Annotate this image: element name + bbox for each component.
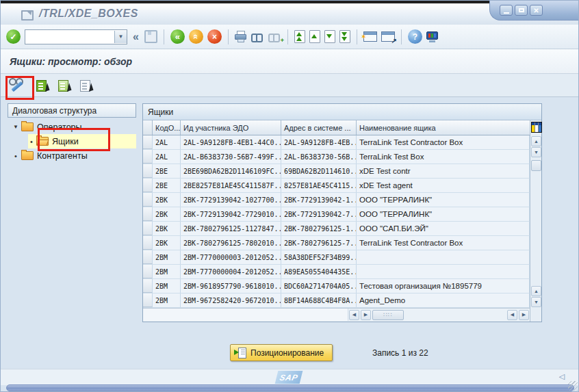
tree-item-operators[interactable]: ▼ Операторы: [8, 120, 136, 134]
minimize-button[interactable]: [500, 5, 513, 16]
cell-box-name[interactable]: TerraLink Test Box: [357, 150, 530, 164]
status-expand-icon[interactable]: ◁: [559, 372, 565, 381]
exit-button[interactable]: «: [189, 29, 203, 44]
cell-box-name[interactable]: TerraLink Test Contractor Box: [357, 135, 530, 149]
command-input[interactable]: [25, 30, 114, 44]
scroll-down-button[interactable]: ▼: [531, 147, 541, 157]
cell-participant-id[interactable]: 2BM-9618957790-9618010...: [181, 279, 281, 293]
page-down-icon[interactable]: [324, 30, 335, 43]
cell-address[interactable]: 58A38DEF52F34B99...: [281, 250, 357, 264]
tree-item-boxes[interactable]: • Ящики: [8, 134, 136, 148]
cell-box-name[interactable]: [357, 265, 530, 278]
cell-participant-id[interactable]: 2BM-7770000004-2012052...: [181, 265, 281, 278]
scroll-right-button[interactable]: ▶: [361, 310, 371, 320]
tree-item-label[interactable]: Контрагенты: [37, 151, 88, 161]
cell-address[interactable]: BDC60A2714704A05...: [281, 279, 357, 293]
row-select-button[interactable]: [143, 193, 153, 207]
cell-code[interactable]: 2BM: [153, 279, 181, 293]
cell-address[interactable]: 8257E81AE45C4115...: [281, 179, 357, 192]
cell-address[interactable]: 69BDA62B2D114610...: [281, 164, 357, 178]
cell-address[interactable]: 2BK-7802796125-1...: [281, 222, 357, 235]
column-header-code[interactable]: КодО...: [153, 120, 181, 135]
create-shortcut-icon[interactable]: ↗: [381, 31, 395, 42]
collapse-toolbar-icon[interactable]: «: [133, 31, 139, 43]
page-up-icon[interactable]: [309, 30, 320, 43]
cell-box-name[interactable]: Тестовая организация №1895779: [357, 279, 530, 293]
cell-box-name[interactable]: ООО "ТЕРРАЛИНК": [357, 193, 530, 207]
cell-address[interactable]: 2BK-7729139042-7...: [281, 207, 357, 221]
row-select-button[interactable]: [143, 179, 153, 192]
find-next-icon[interactable]: +: [268, 32, 281, 42]
row-select-button[interactable]: [143, 250, 153, 264]
row-select-button[interactable]: [143, 150, 153, 164]
cell-address[interactable]: 2BK-7729139042-1...: [281, 193, 357, 207]
tree-item-contractors[interactable]: • Контрагенты: [8, 148, 136, 163]
cell-participant-id[interactable]: 2BK-7729139042-1027700...: [181, 193, 281, 207]
close-button[interactable]: ✕: [530, 5, 543, 16]
cell-participant-id[interactable]: 2AL-B6383730-56B7-499F...: [181, 150, 281, 164]
save-icon[interactable]: [144, 30, 157, 43]
cell-box-name[interactable]: TerraLink Test Contractor Box: [357, 236, 530, 250]
cell-box-name[interactable]: ООО "САП.БИ.ЭЙ": [357, 222, 530, 235]
cell-participant-id[interactable]: 2BK-7729139042-7729010...: [181, 207, 281, 221]
cell-code[interactable]: 2BK: [153, 207, 181, 221]
cell-box-name[interactable]: Agent_Demo: [357, 293, 530, 307]
layout-customize-icon[interactable]: [426, 31, 439, 42]
cancel-button[interactable]: ×: [207, 29, 222, 44]
maximize-button[interactable]: [515, 5, 528, 16]
cell-code[interactable]: 2AL: [153, 150, 181, 164]
choose-icon[interactable]: [36, 79, 49, 92]
horizontal-scroll-thumb[interactable]: ∷∷: [372, 310, 404, 320]
tree-item-label[interactable]: Ящики: [52, 137, 79, 146]
copy-icon[interactable]: [58, 79, 70, 92]
row-select-button[interactable]: [143, 222, 153, 235]
row-select-button[interactable]: [143, 135, 153, 149]
table-settings-icon[interactable]: [531, 122, 542, 133]
column-header-address[interactable]: Адрес в системе ...: [281, 120, 357, 135]
cell-address[interactable]: 2BK-7802796125-7...: [281, 236, 357, 250]
cell-code[interactable]: 2AL: [153, 135, 181, 149]
scroll-left-button[interactable]: ◀: [349, 310, 359, 320]
cell-address[interactable]: 8BF14A688C4B4F8A...: [281, 293, 357, 307]
back-button[interactable]: «: [170, 29, 185, 44]
cell-participant-id[interactable]: 2BE69BDA62B2D1146109FC...: [181, 164, 281, 178]
resize-grip[interactable]: [568, 381, 578, 391]
scroll-down-button[interactable]: ▼: [531, 297, 541, 307]
cell-code[interactable]: 2BK: [153, 222, 181, 235]
cell-participant-id[interactable]: 2BK-7802796125-7802010...: [181, 236, 281, 250]
last-page-icon[interactable]: [339, 30, 350, 43]
cell-code[interactable]: 2BE: [153, 179, 181, 192]
find-icon[interactable]: [251, 32, 264, 42]
scroll-left-button[interactable]: ◀: [507, 310, 517, 320]
print-icon[interactable]: [235, 31, 247, 42]
row-select-button[interactable]: [143, 164, 153, 178]
select-all-header[interactable]: [143, 120, 153, 135]
column-header-participant-id[interactable]: Ид участника ЭДО: [181, 120, 281, 135]
tree-item-label[interactable]: Операторы: [37, 122, 82, 132]
delete-icon[interactable]: [80, 79, 92, 92]
cell-address[interactable]: 2AL-9A9128FB-4EB...: [281, 135, 357, 149]
scroll-up-button[interactable]: ▲: [531, 136, 541, 146]
help-button[interactable]: ?: [408, 29, 422, 44]
command-dropdown-icon[interactable]: ▼: [114, 31, 127, 43]
row-select-button[interactable]: [143, 265, 153, 278]
cell-address[interactable]: 2AL-B6383730-56B...: [281, 150, 357, 164]
cell-box-name[interactable]: [357, 250, 530, 264]
cell-code[interactable]: 2BM: [153, 265, 181, 278]
scroll-up-button[interactable]: ▲: [531, 286, 541, 296]
scroll-right-button[interactable]: ▶: [519, 310, 529, 320]
cell-box-name[interactable]: xDE Test agent: [357, 179, 530, 192]
column-header-box-name[interactable]: Наименование ящика: [357, 120, 530, 135]
cell-address[interactable]: A89EA5055404435E...: [281, 265, 357, 278]
row-select-button[interactable]: [143, 236, 153, 250]
first-page-icon[interactable]: [294, 30, 305, 43]
row-select-button[interactable]: [143, 293, 153, 307]
cell-code[interactable]: 2BM: [153, 293, 181, 307]
cell-participant-id[interactable]: 2BM-9672582420-9672010...: [181, 293, 281, 307]
cell-participant-id[interactable]: 2AL-9A9128FB-4EB1-44C0...: [181, 135, 281, 149]
cell-code[interactable]: 2BE: [153, 164, 181, 178]
cell-code[interactable]: 2BK: [153, 236, 181, 250]
cell-participant-id[interactable]: 2BK-7802796125-1127847...: [181, 222, 281, 235]
expander-icon[interactable]: ▼: [12, 124, 20, 130]
cell-participant-id[interactable]: 2BM-7770000003-2012052...: [181, 250, 281, 264]
